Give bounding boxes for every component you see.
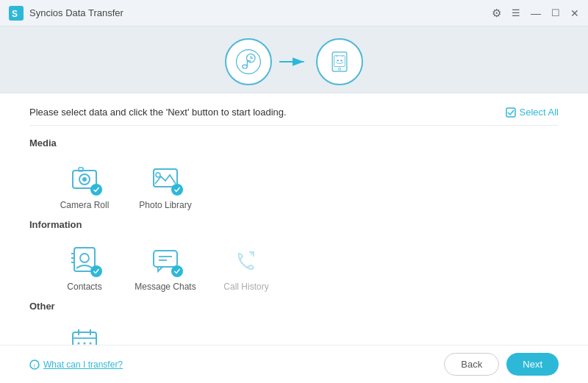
item-message-chats[interactable]: Message Chats <box>125 237 206 295</box>
app-logo: S <box>9 6 24 21</box>
title-bar-left: S Syncios Data Transfer <box>9 6 123 21</box>
svg-rect-30 <box>154 251 177 267</box>
call-history-svg <box>230 243 262 276</box>
section-other-label: Other <box>29 301 559 312</box>
call-history-icon-container <box>227 240 265 279</box>
svg-point-14 <box>340 60 342 61</box>
checkmark-icon <box>173 186 181 193</box>
app-title: Syncios Data Transfer <box>29 7 123 18</box>
photo-library-icon-container <box>146 159 184 197</box>
window-controls[interactable]: ⚙ ☰ — ☐ ✕ <box>492 7 579 20</box>
photo-library-check <box>171 184 183 196</box>
minimize-icon[interactable]: — <box>531 7 541 19</box>
camera-roll-icon-container <box>65 159 104 197</box>
item-camera-roll[interactable]: Camera Roll <box>44 156 125 213</box>
call-history-label: Call History <box>223 282 268 292</box>
step-destination <box>316 38 363 85</box>
checkmark-icon <box>93 268 100 275</box>
contacts-icon-container <box>65 240 104 279</box>
what-transfer-label: What can I transfer? <box>43 359 123 370</box>
step-arrow <box>272 53 316 71</box>
svg-line-8 <box>247 60 251 61</box>
section-media-label: Media <box>29 137 559 148</box>
checkmark-icon <box>93 186 100 193</box>
title-bar: S Syncios Data Transfer ⚙ ☰ — ☐ ✕ <box>0 0 588 26</box>
main-content: Please select data and click the 'Next' … <box>0 93 588 376</box>
svg-rect-22 <box>79 168 83 171</box>
camera-roll-label: Camera Roll <box>60 200 110 210</box>
select-all-button[interactable]: Select All <box>506 107 559 118</box>
svg-point-24 <box>156 173 160 177</box>
next-button[interactable]: Next <box>506 353 559 376</box>
svg-point-17 <box>338 68 340 70</box>
footer-buttons: Back Next <box>444 353 559 376</box>
media-items-row: Camera Roll Photo Library <box>44 156 559 213</box>
select-all-label: Select All <box>520 107 559 118</box>
settings-icon[interactable]: ⚙ <box>492 7 501 20</box>
what-transfer-link[interactable]: i What can I transfer? <box>29 359 123 370</box>
svg-point-26 <box>80 254 89 262</box>
back-button[interactable]: Back <box>444 353 499 376</box>
instruction-text: Please select data and click the 'Next' … <box>29 107 287 118</box>
svg-rect-12 <box>334 56 345 67</box>
message-chats-icon-container <box>146 240 184 279</box>
menu-icon[interactable]: ☰ <box>512 7 520 18</box>
maximize-icon[interactable]: ☐ <box>551 7 560 18</box>
photo-library-label: Photo Library <box>139 200 191 210</box>
info-icon: i <box>29 359 40 370</box>
camera-roll-check <box>90 184 102 196</box>
svg-rect-18 <box>506 108 515 117</box>
svg-rect-11 <box>332 52 347 71</box>
item-photo-library[interactable]: Photo Library <box>125 156 206 213</box>
section-info-label: Information <box>29 219 559 230</box>
step-source <box>225 38 272 85</box>
contacts-label: Contacts <box>67 282 101 292</box>
info-items-row: Contacts Message Chats <box>44 237 559 295</box>
svg-point-6 <box>243 65 248 68</box>
progress-steps <box>0 26 588 93</box>
select-header: Please select data and click the 'Next' … <box>29 107 559 126</box>
footer: i What can I transfer? Back Next <box>0 345 588 383</box>
message-chats-check <box>171 265 183 277</box>
checkbox-icon <box>506 107 516 118</box>
svg-text:i: i <box>34 362 35 369</box>
contacts-check <box>90 265 102 277</box>
svg-text:S: S <box>12 9 18 19</box>
item-contacts[interactable]: Contacts <box>44 237 125 295</box>
checkmark-icon <box>173 268 181 275</box>
svg-point-21 <box>82 177 87 182</box>
item-call-history[interactable]: Call History <box>206 237 287 295</box>
svg-point-13 <box>337 60 338 61</box>
message-chats-label: Message Chats <box>135 282 196 292</box>
close-icon[interactable]: ✕ <box>570 7 579 19</box>
